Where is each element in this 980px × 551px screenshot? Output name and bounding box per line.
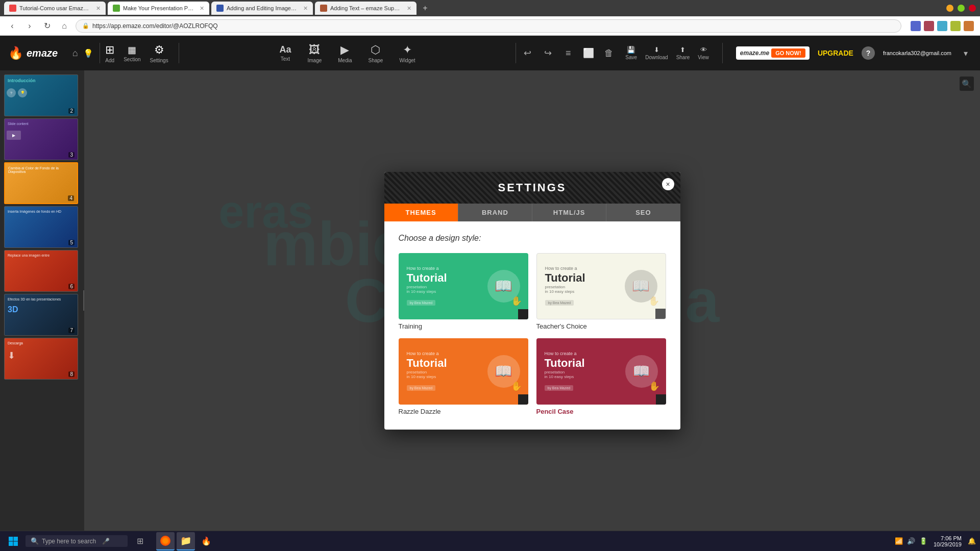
taskbar-files-app[interactable]: 📁 xyxy=(177,532,195,550)
task-view-button[interactable]: ⊞ xyxy=(131,532,149,550)
home-app-button[interactable]: ⌂ xyxy=(68,46,82,60)
add-button[interactable]: ⊞ Add xyxy=(105,43,114,63)
canvas-area: Ca lo de la mbio de colo eras 🔍 SETTINGS… xyxy=(84,70,980,531)
task-view-icon: ⊞ xyxy=(137,536,143,546)
taskbar-search-icon: 🔍 xyxy=(31,537,39,545)
emaze-flame-icon: 🔥 xyxy=(8,46,23,60)
save-button[interactable]: 💾 Save xyxy=(625,46,637,60)
theme-label-pencil: Pencil Case xyxy=(536,408,666,415)
undo-button[interactable]: ↩ xyxy=(521,47,533,59)
slide-thumb-1[interactable]: Introducción ? 💡 2 xyxy=(4,74,78,116)
slides-panel: Introducción ? 💡 2 Slide content xyxy=(0,70,84,531)
taskbar-search[interactable]: 🔍 Type here to search 🎤 xyxy=(26,535,128,547)
theme-thumb-pencil: How to create a Tutorial presetationin 1… xyxy=(536,338,666,405)
modal-header: SETTINGS × xyxy=(384,172,680,204)
tab-close-2[interactable]: ✕ xyxy=(200,5,204,12)
start-button[interactable] xyxy=(4,532,22,550)
lightbulb-button[interactable]: 💡 xyxy=(82,47,94,59)
taskbar-clock: 7:06 PM 10/29/2019 xyxy=(934,535,962,547)
back-button[interactable]: ‹ xyxy=(6,20,18,32)
slide-number-6: 7 xyxy=(68,328,75,333)
go-now-button[interactable]: GO NOW! xyxy=(771,48,805,58)
notification-icon[interactable]: 🔔 xyxy=(968,537,976,545)
minimize-button[interactable] xyxy=(946,5,953,12)
extension-icon-1[interactable] xyxy=(911,21,921,31)
tab-htmljs[interactable]: HTML/JS xyxy=(532,204,606,221)
tab-brand[interactable]: BRAND xyxy=(458,204,532,221)
tab-themes[interactable]: THEMES xyxy=(384,204,458,221)
extension-icon-5[interactable] xyxy=(964,21,974,31)
redo-button[interactable]: ↪ xyxy=(542,47,554,59)
taskbar-search-input[interactable]: Type here to search xyxy=(42,538,96,545)
browser-tab-4[interactable]: Adding Text – emaze Support... ✕ xyxy=(315,2,416,15)
slide-number-1: 2 xyxy=(68,108,75,114)
theme-card-pencil[interactable]: How to create a Tutorial presetationin 1… xyxy=(536,338,666,415)
address-bar[interactable]: 🔒 https://app.emaze.com/editor/@AOZLROFQ… xyxy=(76,19,901,33)
share-button[interactable]: ⬆ Share xyxy=(676,46,690,60)
section-button[interactable]: ▦ Section xyxy=(124,44,140,62)
network-icon: 📶 xyxy=(895,537,903,545)
modal-title: SETTINGS xyxy=(498,181,566,194)
settings-button[interactable]: ⚙ Settings xyxy=(150,43,168,63)
help-button[interactable]: ? xyxy=(862,46,875,60)
slide-thumb-4[interactable]: Inserta Imágenes de fondo en HD 5 xyxy=(4,206,78,248)
widget-tool-button[interactable]: ✦ Widget xyxy=(399,43,415,63)
taskbar-emaze-app[interactable]: 🔥 xyxy=(197,532,215,550)
browser-tab-3[interactable]: Adding and Editing Images – e... ✕ xyxy=(211,2,313,15)
tab-close-1[interactable]: ✕ xyxy=(96,5,101,12)
tab-seo[interactable]: SEO xyxy=(606,204,680,221)
slide-thumb-2[interactable]: Slide content ▶ 3 xyxy=(4,118,78,160)
home-button[interactable]: ⌂ xyxy=(58,20,70,32)
extension-icon-2[interactable] xyxy=(924,21,934,31)
modal-close-button[interactable]: × xyxy=(662,178,674,190)
text-tool-button[interactable]: Aa Text xyxy=(279,44,291,62)
slide-thumb-7[interactable]: Descarga ⬇ 8 xyxy=(4,338,78,380)
border-button[interactable]: ⬜ xyxy=(582,47,595,59)
slide-thumb-6[interactable]: Efectos 3D en las presentaciones 3D 7 xyxy=(4,294,78,336)
download-button[interactable]: ⬇ Download xyxy=(645,46,668,60)
upgrade-button[interactable]: UPGRADE xyxy=(818,49,853,57)
url-text: https://app.emaze.com/editor/@AOZLROFQQ xyxy=(92,22,895,30)
image-tool-button[interactable]: 🖼 Image xyxy=(307,43,322,63)
svg-rect-3 xyxy=(14,541,18,546)
extension-icon-3[interactable] xyxy=(937,21,947,31)
theme-card-teachers[interactable]: How to create a Tutorial presetationin 1… xyxy=(536,253,666,330)
theme-label-teachers: Teacher's Choice xyxy=(536,322,666,330)
shape-tool-button[interactable]: ⬡ Shape xyxy=(369,43,383,63)
view-button[interactable]: 👁 View xyxy=(698,46,709,60)
security-lock-icon: 🔒 xyxy=(82,22,89,29)
theme-icon-teachers: 📖 ✋ xyxy=(625,270,657,303)
forward-button[interactable]: › xyxy=(23,20,36,32)
media-tool-button[interactable]: ▶ Media xyxy=(338,43,352,63)
account-dropdown-button[interactable]: ▾ xyxy=(960,47,972,59)
maximize-button[interactable] xyxy=(958,5,965,12)
center-toolbar: Aa Text 🖼 Image ▶ Media ⬡ Shape ✦ Wid xyxy=(184,43,511,63)
svg-rect-0 xyxy=(9,537,13,541)
left-toolbar: ⊞ Add ▦ Section ⚙ Settings xyxy=(105,43,168,63)
cortana-icon: 🎤 xyxy=(102,538,110,545)
slide-thumb-3[interactable]: Cambia al Color de Fondo de la Diapositi… xyxy=(4,162,78,204)
slide-number-3: 4 xyxy=(68,195,74,201)
browser-tab-2[interactable]: Make Your Presentation Priva... ✕ xyxy=(108,2,209,15)
slides-list: Introducción ? 💡 2 Slide content xyxy=(0,70,84,531)
theme-card-training[interactable]: How to create a Tutorial presetationin 1… xyxy=(399,253,528,330)
browser-addressbar: ‹ › ↻ ⌂ 🔒 https://app.emaze.com/editor/@… xyxy=(0,16,980,36)
emaze-logo: 🔥 emaze xyxy=(8,46,58,60)
themes-grid: How to create a Tutorial presetationin 1… xyxy=(399,253,666,415)
toolbar-separator-3 xyxy=(516,43,516,63)
slide-number-4: 5 xyxy=(68,240,75,245)
browser-tab-1[interactable]: Tutorial-Como usar Emaze by fra... ✕ xyxy=(4,2,106,15)
taskbar-firefox-app[interactable] xyxy=(156,532,175,550)
text-format-button[interactable]: ≡ xyxy=(562,47,574,59)
delete-button[interactable]: 🗑 xyxy=(603,47,615,59)
slide-thumb-5[interactable]: Replace una imagen entre 6 xyxy=(4,250,78,292)
tab-close-4[interactable]: ✕ xyxy=(407,5,411,12)
windows-logo-icon xyxy=(8,536,18,546)
taskbar-time: 7:06 PM xyxy=(934,535,962,541)
close-button[interactable] xyxy=(969,5,976,12)
tab-close-3[interactable]: ✕ xyxy=(303,5,308,12)
extension-icon-4[interactable] xyxy=(950,21,961,31)
theme-card-razzle[interactable]: How to create a Tutorial presetationin 1… xyxy=(399,338,528,415)
reload-button[interactable]: ↻ xyxy=(41,20,53,32)
new-tab-button[interactable]: + xyxy=(419,2,432,15)
